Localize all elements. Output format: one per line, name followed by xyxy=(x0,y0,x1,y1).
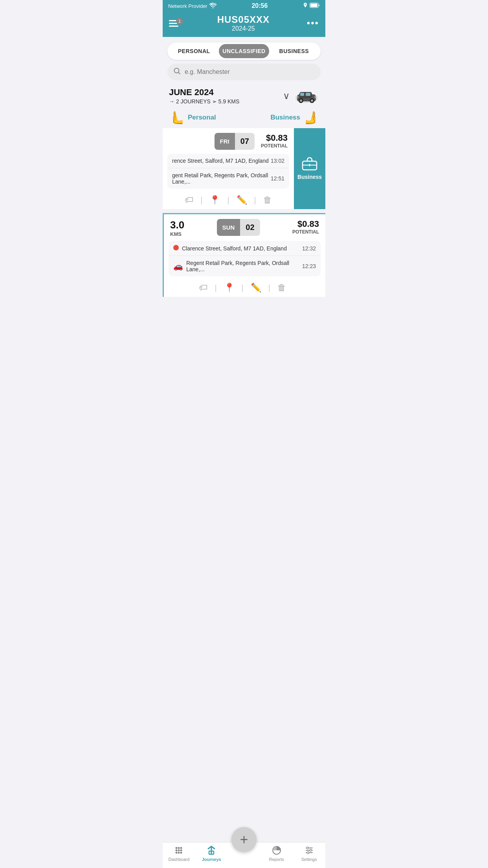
business-panel-label: Business xyxy=(297,174,322,180)
journey-1-leg-2: gent Retail Park, Regents Park, Ordsall … xyxy=(167,168,289,189)
car-small-icon-2: 🚗 xyxy=(173,261,183,271)
dot-icon-2 xyxy=(173,245,179,252)
classification-row: 🫷 Personal Business 🫸 xyxy=(163,108,325,128)
personal-text: Personal xyxy=(188,114,216,121)
leg-time-2-2: 12:23 xyxy=(302,263,316,269)
kms-label-2: KMS xyxy=(170,231,184,237)
leg-time-1-2: 12:51 xyxy=(271,175,284,182)
journey-2-leg-1: Clarence Street, Salford, M7 1AD, Englan… xyxy=(169,241,321,256)
segment-business[interactable]: BUSINESS xyxy=(269,44,319,58)
leg-address-1-2: gent Retail Park, Regents Park, Ordsall … xyxy=(172,172,271,185)
business-side-panel[interactable]: Business xyxy=(294,128,325,209)
journey-1-actions: 🏷 | 📍 | ✏️ | 🗑 xyxy=(163,192,294,209)
briefcase-icon xyxy=(302,157,317,171)
day-name-2: SUN xyxy=(217,219,240,236)
vehicle-id: HUS05XXX xyxy=(217,14,270,25)
kms-value-2: 3.0 xyxy=(170,219,184,231)
month-header: JUNE 2024 → 2 JOURNEYS ➢ 5.9 KMS ∨ xyxy=(163,86,325,108)
battery-icon xyxy=(310,3,320,9)
potential-label-2: POTENTIAL xyxy=(292,229,319,235)
leg-time-1-1: 13:02 xyxy=(271,158,284,164)
menu-button[interactable]: 1 xyxy=(169,20,180,27)
edit-button-2[interactable]: ✏️ xyxy=(251,283,261,293)
segment-unclassified[interactable]: UNCLASSIFIED xyxy=(219,44,269,58)
leg-address-1-1: rence Street, Salford, M7 1AD, England xyxy=(172,158,269,164)
journey-1-date: FRI 07 xyxy=(215,133,255,150)
journey-2-header: 3.0 KMS SUN 02 $0.83 POTENTIAL xyxy=(164,214,325,239)
hand-left-icon: 🫷 xyxy=(169,110,185,125)
month-subtitle: → 2 JOURNEYS ➢ 5.9 KMS xyxy=(169,98,279,105)
journey-2-leg-2: 🚗 Regent Retail Park, Regents Park, Ords… xyxy=(169,256,321,276)
search-icon xyxy=(174,68,181,76)
business-text: Business xyxy=(270,114,300,121)
month-arrow: → xyxy=(169,98,176,105)
svg-point-11 xyxy=(311,99,313,102)
dist-arrow: ➢ xyxy=(212,98,218,105)
search-input[interactable] xyxy=(185,68,314,75)
nav-title: HUS05XXX 2024-25 xyxy=(217,14,270,32)
journey-1-leg-1: rence Street, Salford, M7 1AD, England 1… xyxy=(167,154,289,168)
more-options-button[interactable]: ••• xyxy=(307,18,319,29)
leg-address-2-2: Regent Retail Park, Regents Park, Ordsal… xyxy=(186,260,302,272)
potential-label-1: POTENTIAL xyxy=(261,143,288,149)
top-nav: 1 HUS05XXX 2024-25 ••• xyxy=(163,11,325,37)
journey-count: 2 JOURNEYS xyxy=(176,98,211,105)
journey-2-date: SUN 02 xyxy=(217,219,260,236)
status-time: 20:56 xyxy=(251,2,268,9)
day-num-2: 02 xyxy=(240,219,260,236)
journey-2-potential: $0.83 POTENTIAL xyxy=(292,219,319,235)
svg-rect-13 xyxy=(295,96,299,98)
journey-card-1: FRI 07 $0.83 POTENTIAL rence Street, Sal… xyxy=(163,128,325,209)
leg-time-2-1: 12:32 xyxy=(302,245,316,252)
search-bar[interactable] xyxy=(167,64,321,80)
tag-button-1[interactable]: 🏷 xyxy=(185,195,193,205)
svg-point-9 xyxy=(300,99,302,102)
location-icon xyxy=(303,3,308,9)
hand-right-icon: 🫸 xyxy=(303,110,319,125)
journey-1-header: FRI 07 $0.83 POTENTIAL xyxy=(163,128,294,152)
personal-label[interactable]: 🫷 Personal xyxy=(169,110,216,125)
svg-rect-1 xyxy=(310,4,317,7)
svg-rect-12 xyxy=(314,96,317,98)
car-icon xyxy=(294,88,319,104)
business-label[interactable]: Business 🫸 xyxy=(270,110,319,125)
network-label: Network Provider xyxy=(168,3,207,9)
leg-address-2-1: Clarence Street, Salford, M7 1AD, Englan… xyxy=(182,245,287,252)
status-left: Network Provider xyxy=(168,3,216,9)
pin-button-1[interactable]: 📍 xyxy=(209,195,220,205)
journey-2-kms: 3.0 KMS xyxy=(170,219,184,237)
journey-1-content: FRI 07 $0.83 POTENTIAL rence Street, Sal… xyxy=(163,128,294,209)
journey-1-potential: $0.83 POTENTIAL xyxy=(261,133,288,149)
year-label: 2024-25 xyxy=(217,25,270,32)
month-info: JUNE 2024 → 2 JOURNEYS ➢ 5.9 KMS xyxy=(169,87,279,105)
tag-button-2[interactable]: 🏷 xyxy=(199,283,207,293)
segment-control: PERSONAL UNCLASSIFIED BUSINESS xyxy=(167,42,321,60)
menu-badge: 1 xyxy=(176,18,183,25)
month-distance: 5.9 KMS xyxy=(218,98,240,105)
pin-button-2[interactable]: 📍 xyxy=(224,283,235,293)
wifi-icon xyxy=(209,3,216,9)
edit-button-1[interactable]: ✏️ xyxy=(237,195,247,205)
journey-2-actions: 🏷 | 📍 | ✏️ | 🗑 xyxy=(164,280,325,297)
day-num-1: 07 xyxy=(235,133,255,150)
month-title: JUNE 2024 xyxy=(169,87,279,97)
journey-1-legs: rence Street, Salford, M7 1AD, England 1… xyxy=(167,154,289,189)
status-bar: Network Provider 20:56 xyxy=(163,0,325,11)
chevron-down-button[interactable]: ∨ xyxy=(279,89,294,103)
day-name-1: FRI xyxy=(215,133,235,150)
svg-rect-6 xyxy=(300,93,304,96)
journey-2-legs: Clarence Street, Salford, M7 1AD, Englan… xyxy=(169,241,321,276)
segment-personal[interactable]: PERSONAL xyxy=(169,44,219,58)
svg-rect-7 xyxy=(306,93,310,96)
potential-amount-2: $0.83 xyxy=(292,219,319,229)
journey-card-2: 3.0 KMS SUN 02 $0.83 POTENTIAL Clarence … xyxy=(163,213,325,297)
potential-amount-1: $0.83 xyxy=(261,133,288,143)
delete-button-1[interactable]: 🗑 xyxy=(263,195,272,205)
delete-button-2[interactable]: 🗑 xyxy=(277,283,286,293)
scroll-content: PERSONAL UNCLASSIFIED BUSINESS JUNE 2024… xyxy=(163,42,325,332)
status-right xyxy=(303,3,320,9)
